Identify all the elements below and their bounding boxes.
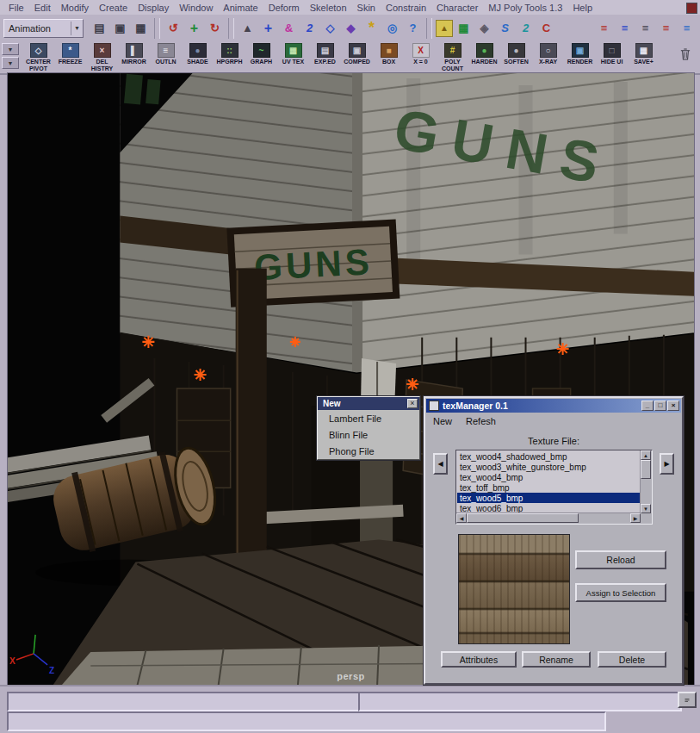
- layers-red-icon[interactable]: ≡: [594, 18, 614, 38]
- menu-item-lambert-file[interactable]: Lambert File: [318, 410, 419, 426]
- scroll-left-icon[interactable]: ◀: [456, 513, 467, 523]
- s-curve-icon[interactable]: S: [495, 18, 515, 38]
- maximize-icon[interactable]: □: [654, 401, 666, 411]
- undo-icon[interactable]: ↺: [164, 18, 183, 38]
- panes-red-icon[interactable]: ≡: [656, 18, 676, 38]
- add-attribute-icon[interactable]: +: [258, 18, 278, 38]
- window-title-bar[interactable]: texManager 0.1 _ □ ×: [426, 399, 681, 413]
- menu-animate[interactable]: Animate: [218, 1, 263, 15]
- shelf-item-hpgrph[interactable]: ::HPGRPH: [214, 42, 245, 65]
- shelf-item-hide-ui[interactable]: □HIDE UI: [596, 42, 628, 65]
- menu-help[interactable]: Help: [567, 1, 598, 15]
- new-scene-icon[interactable]: ▤: [90, 18, 109, 38]
- poly-cube-icon[interactable]: ◆: [341, 18, 361, 38]
- menu-edit[interactable]: Edit: [29, 1, 56, 15]
- diamond-tool-icon[interactable]: ◇: [320, 18, 340, 38]
- render-globe-icon[interactable]: ◎: [382, 18, 402, 38]
- command-input[interactable]: [7, 692, 363, 711]
- shelf-item-x-ray[interactable]: ○X-RAY: [532, 42, 564, 65]
- select-mask-icon[interactable]: ▲: [238, 18, 257, 38]
- spheres-icon[interactable]: ◈: [474, 18, 494, 38]
- shelf-item-mirror[interactable]: ▌MIRROR: [118, 42, 150, 65]
- layers-gray-icon[interactable]: ≡: [635, 18, 655, 38]
- c-curve-icon[interactable]: C: [536, 18, 556, 38]
- scroll-up-icon[interactable]: ▲: [641, 450, 651, 460]
- snap-grid-icon[interactable]: +: [184, 18, 204, 38]
- shelf-item-save-plus[interactable]: ▦SAVE+: [628, 42, 660, 65]
- shelf-item-render[interactable]: ▣RENDER: [564, 42, 596, 65]
- shelf-item-freeze[interactable]: *FREEZE: [54, 42, 86, 65]
- horizontal-scroll-thumb[interactable]: [467, 513, 579, 523]
- scroll-down-icon[interactable]: ▼: [641, 504, 651, 513]
- horizontal-scrollbar[interactable]: ◀ ▶: [456, 512, 641, 524]
- list-item[interactable]: tex_wood4_bmp: [457, 472, 641, 482]
- list-item[interactable]: tex_toff_bmp: [457, 482, 641, 493]
- reload-button[interactable]: Reload: [575, 550, 666, 569]
- close-icon[interactable]: ×: [407, 399, 418, 408]
- menu-mj-poly-tools[interactable]: MJ Poly Tools 1.3: [483, 1, 567, 15]
- shelf-tab-arrow-top[interactable]: ▼: [2, 43, 19, 55]
- menu-deform[interactable]: Deform: [263, 1, 305, 15]
- shelf-item-harden[interactable]: ●HARDEN: [468, 42, 500, 65]
- menu-modify[interactable]: Modify: [56, 1, 94, 15]
- menu-window[interactable]: Window: [174, 1, 218, 15]
- curve-tool-icon[interactable]: 2: [300, 18, 319, 38]
- command-result[interactable]: [358, 692, 682, 711]
- redo-icon[interactable]: ↻: [205, 18, 225, 38]
- rename-button[interactable]: Rename: [522, 651, 591, 668]
- list-item[interactable]: tex_wood3_white_gunstore_bmp: [457, 462, 641, 472]
- menu-constrain[interactable]: Constrain: [381, 1, 431, 15]
- menu-create[interactable]: Create: [94, 1, 133, 15]
- shelf-item-shade[interactable]: ●SHADE: [182, 42, 214, 65]
- script-editor-icon[interactable]: [678, 692, 697, 708]
- shelf-item-uv-tex[interactable]: ▦UV TEX: [277, 42, 309, 65]
- help-icon[interactable]: ?: [403, 18, 423, 38]
- mode-selector[interactable]: Animation ▼: [3, 19, 84, 38]
- layers-blue-icon[interactable]: ≡: [615, 18, 635, 38]
- close-icon[interactable]: ×: [667, 401, 679, 411]
- list-item[interactable]: tex_wood4_shadowed_bmp: [457, 451, 641, 462]
- cut-curve-icon[interactable]: 2: [516, 18, 536, 38]
- lock-icon[interactable]: ▲: [436, 20, 453, 37]
- open-scene-icon[interactable]: ▣: [110, 18, 130, 38]
- menu-skeleton[interactable]: Skeleton: [305, 1, 352, 15]
- popup-title-bar[interactable]: New ×: [318, 397, 419, 410]
- shelf-tab-arrow-bottom[interactable]: ▼: [2, 57, 19, 69]
- shelf-item-x0[interactable]: XX = 0: [405, 42, 437, 65]
- menu-file[interactable]: File: [3, 1, 29, 15]
- vertical-scrollbar[interactable]: ▲ ▼: [640, 450, 652, 513]
- save-scene-icon[interactable]: ▦: [131, 18, 151, 38]
- shelf-item-exp-ed[interactable]: ▤EXP.ED: [309, 42, 341, 65]
- panes-blue-icon[interactable]: ≡: [677, 18, 697, 38]
- scroll-right-icon[interactable]: ▶: [630, 513, 641, 523]
- shelf-item-del-histry[interactable]: ×DEL HISTRY: [86, 42, 118, 71]
- trash-icon[interactable]: [675, 42, 696, 66]
- menu-item-blinn-file[interactable]: Blinn File: [318, 426, 419, 443]
- light-icon[interactable]: *: [362, 18, 381, 38]
- assign-to-selection-button[interactable]: Assign to Selection: [575, 583, 666, 602]
- shelf-item-box[interactable]: ■BOX: [373, 42, 405, 65]
- menu-character[interactable]: Character: [431, 1, 483, 15]
- texmanager-menu-new[interactable]: New: [433, 416, 452, 426]
- shelf-item-outln[interactable]: ≡OUTLN: [150, 42, 182, 65]
- help-line[interactable]: [7, 711, 606, 731]
- next-texture-button[interactable]: ▶: [660, 453, 674, 475]
- attributes-button[interactable]: Attributes: [441, 651, 517, 668]
- texmanager-menu-refesh[interactable]: Refesh: [466, 416, 496, 426]
- menu-skin[interactable]: Skin: [352, 1, 381, 15]
- shelf-item-poly-count[interactable]: #POLY COUNT: [437, 42, 468, 71]
- list-item-selected[interactable]: tex_wood5_bmp: [457, 493, 641, 503]
- shelf-item-soften[interactable]: ●SOFTEN: [500, 42, 532, 65]
- prev-texture-button[interactable]: ◀: [433, 453, 448, 475]
- shelf-item-comped[interactable]: ▣COMPED: [341, 42, 373, 65]
- ik-handle-icon[interactable]: &: [279, 18, 299, 38]
- menu-display[interactable]: Display: [133, 1, 174, 15]
- grid-cube-icon[interactable]: ▦: [454, 18, 474, 38]
- delete-button[interactable]: Delete: [598, 651, 666, 668]
- minimize-icon[interactable]: _: [641, 401, 654, 411]
- vertical-scroll-thumb[interactable]: [641, 460, 651, 479]
- menu-item-phong-file[interactable]: Phong File: [318, 443, 419, 459]
- shelf-item-center-pivot[interactable]: ◇CENTER PIVOT: [22, 42, 54, 71]
- texture-file-list[interactable]: tex_wood4_shadowed_bmp tex_wood3_white_g…: [455, 450, 653, 525]
- shelf-item-graph[interactable]: ~GRAPH: [245, 42, 277, 65]
